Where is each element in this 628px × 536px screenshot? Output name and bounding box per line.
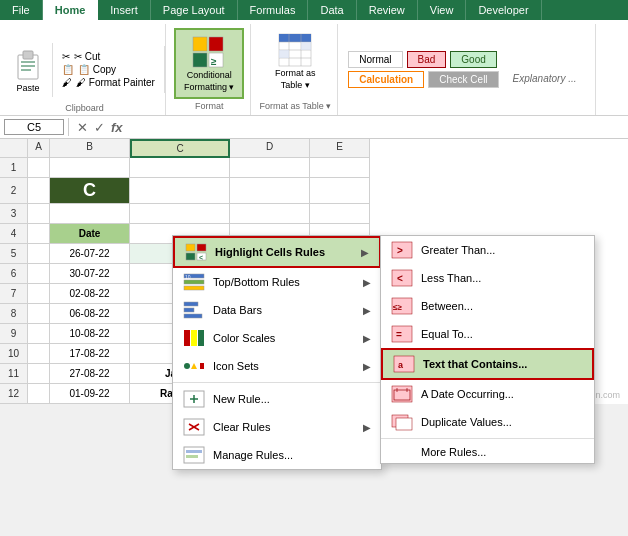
tab-home[interactable]: Home	[43, 0, 99, 20]
svg-rect-52	[392, 326, 412, 342]
cell-b3[interactable]	[50, 204, 130, 224]
cell-c2[interactable]	[130, 178, 230, 204]
submenu-item-greater-than[interactable]: > Greater Than...	[381, 236, 594, 264]
cell-b10[interactable]: 17-08-22	[50, 344, 130, 364]
menu-item-clear-rules[interactable]: Clear Rules ▶	[173, 413, 381, 441]
submenu-item-equal-to[interactable]: = Equal To...	[381, 320, 594, 348]
cell-c3[interactable]	[130, 204, 230, 224]
row-header-5: 5	[0, 244, 28, 264]
cell-d2[interactable]	[230, 178, 310, 204]
cell-c1[interactable]	[130, 158, 230, 178]
col-header-d[interactable]: D	[230, 139, 310, 158]
tab-formulas[interactable]: Formulas	[238, 0, 309, 20]
cell-b1[interactable]	[50, 158, 130, 178]
col-header-c[interactable]: C	[130, 139, 230, 158]
col-header-a[interactable]: A	[28, 139, 50, 158]
conditional-formatting-menu: < Highlight Cells Rules ▶ 10 Top/B	[172, 235, 382, 470]
cut-icon: ✂	[62, 51, 70, 62]
cell-e2[interactable]	[310, 178, 370, 204]
menu-item-highlight-cells-rules[interactable]: < Highlight Cells Rules ▶	[173, 236, 381, 268]
style-bad[interactable]: Bad	[407, 51, 447, 68]
formula-input[interactable]	[131, 121, 624, 133]
highlight-cells-submenu: > Greater Than... < Less Than...	[380, 235, 595, 464]
paste-button[interactable]: Paste	[4, 43, 53, 97]
cell-b9[interactable]: 10-08-22	[50, 324, 130, 344]
submenu-item-more-rules[interactable]: More Rules...	[381, 441, 594, 463]
format-painter-icon: 🖌	[62, 77, 72, 88]
cell-b4[interactable]: Date	[50, 224, 130, 244]
cell-b8[interactable]: 06-08-22	[50, 304, 130, 324]
cell-b2[interactable]: C	[50, 178, 130, 204]
format-as-table-label: Format asTable ▾	[275, 68, 316, 91]
cut-label: ✂ Cut	[74, 51, 100, 62]
cell-a10[interactable]	[28, 344, 50, 364]
submenu-item-text-contains[interactable]: a Text that Contains...	[381, 348, 594, 380]
cell-a3[interactable]	[28, 204, 50, 224]
cell-d1[interactable]	[230, 158, 310, 178]
row-header-9: 9	[0, 324, 28, 344]
cell-e1[interactable]	[310, 158, 370, 178]
cell-a4[interactable]	[28, 224, 50, 244]
top-bottom-arrow: ▶	[363, 277, 371, 288]
cell-d3[interactable]	[230, 204, 310, 224]
cell-b5[interactable]: 26-07-22	[50, 244, 130, 264]
cell-a11[interactable]	[28, 364, 50, 384]
cell-b6[interactable]: 30-07-22	[50, 264, 130, 284]
tab-insert[interactable]: Insert	[98, 0, 151, 20]
cell-a7[interactable]	[28, 284, 50, 304]
confirm-icon[interactable]: ✓	[94, 120, 105, 135]
conditional-formatting-button[interactable]: ≥ Conditional Formatting ▾	[174, 28, 245, 99]
cell-a8[interactable]	[28, 304, 50, 324]
style-good[interactable]: Good	[450, 51, 496, 68]
between-label: Between...	[421, 300, 473, 312]
submenu-item-duplicate-values[interactable]: Duplicate Values...	[381, 408, 594, 436]
clear-rules-label: Clear Rules	[213, 421, 270, 433]
menu-item-manage-rules[interactable]: Manage Rules...	[173, 441, 381, 469]
less-than-icon: <	[391, 269, 413, 287]
style-normal[interactable]: Normal	[348, 51, 402, 68]
more-rules-label: More Rules...	[391, 446, 486, 458]
format-as-table-button[interactable]: Format asTable ▾	[269, 28, 322, 95]
cell-e3[interactable]	[310, 204, 370, 224]
format-painter-button[interactable]: 🖌 🖌 Format Painter	[59, 76, 158, 89]
tab-review[interactable]: Review	[357, 0, 418, 20]
menu-item-icon-sets[interactable]: Icon Sets ▶	[173, 352, 381, 380]
row-header-1: 1	[0, 158, 28, 178]
tab-data[interactable]: Data	[308, 0, 356, 20]
col-header-b[interactable]: B	[50, 139, 130, 158]
cut-button[interactable]: ✂ ✂ Cut	[59, 50, 158, 63]
tab-view[interactable]: View	[418, 0, 467, 20]
menu-item-color-scales[interactable]: Color Scales ▶	[173, 324, 381, 352]
submenu-item-between[interactable]: ≤≥ Between...	[381, 292, 594, 320]
menu-item-new-rule[interactable]: New Rule...	[173, 385, 381, 413]
style-calculation[interactable]: Calculation	[348, 71, 424, 88]
cell-a12[interactable]	[28, 384, 50, 404]
clipboard-actions: ✂ ✂ Cut 📋 📋 Copy 🖌 🖌 Format Painter	[53, 46, 165, 93]
cell-a1[interactable]	[28, 158, 50, 178]
cancel-icon[interactable]: ✕	[77, 120, 88, 135]
submenu-item-less-than[interactable]: < Less Than...	[381, 264, 594, 292]
submenu-item-a-date-occurring[interactable]: A Date Occurring...	[381, 380, 594, 408]
cell-a5[interactable]	[28, 244, 50, 264]
menu-item-top-bottom-rules[interactable]: 10 Top/Bottom Rules ▶	[173, 268, 381, 296]
cell-a6[interactable]	[28, 264, 50, 284]
svg-text:≤≥: ≤≥	[393, 303, 402, 312]
style-check-cell[interactable]: Check Cell	[428, 71, 498, 88]
cell-b7[interactable]: 02-08-22	[50, 284, 130, 304]
tab-page-layout[interactable]: Page Layout	[151, 0, 238, 20]
row-header-7: 7	[0, 284, 28, 304]
fx-icon[interactable]: fx	[111, 120, 123, 135]
copy-button[interactable]: 📋 📋 Copy	[59, 63, 158, 76]
style-explanatory[interactable]: Explanatory ...	[503, 71, 587, 88]
cell-a9[interactable]	[28, 324, 50, 344]
tab-file[interactable]: File	[0, 0, 43, 20]
tab-developer[interactable]: Developer	[466, 0, 541, 20]
cell-a2[interactable]	[28, 178, 50, 204]
cell-b11[interactable]: 27-08-22	[50, 364, 130, 384]
name-box[interactable]	[4, 119, 64, 135]
col-header-e[interactable]: E	[310, 139, 370, 158]
formula-bar: ✕ ✓ fx	[0, 116, 628, 139]
svg-rect-6	[209, 37, 223, 51]
menu-item-data-bars[interactable]: Data Bars ▶	[173, 296, 381, 324]
cell-b12[interactable]: 01-09-22	[50, 384, 130, 404]
